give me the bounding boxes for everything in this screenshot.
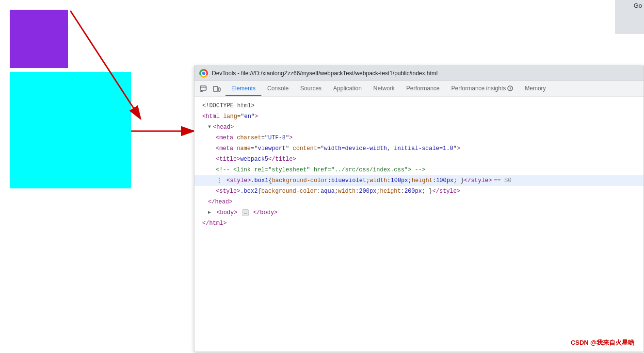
doctype-text: <!DOCTYPE html> — [202, 101, 255, 110]
box1 — [10, 10, 68, 68]
chrome-icon — [199, 69, 208, 78]
html-line-comment[interactable]: <!-- <link rel="stylesheet" href="../src… — [194, 165, 644, 175]
devtools-titlebar: DevTools - file:///D:/xiaolongZzz66/myse… — [194, 66, 644, 81]
expand-triangle[interactable]: ▶ — [208, 208, 211, 217]
dollar-sign: == $0 — [494, 176, 511, 185]
tab-performance-insights[interactable]: Performance insights — [446, 81, 519, 96]
html-line-meta-viewport[interactable]: <meta name="viewport" content="width=dev… — [194, 143, 644, 154]
tag-bracket: < — [202, 112, 206, 121]
collapse-triangle[interactable]: ▼ — [208, 123, 211, 132]
devtools-title-text: DevTools - file:///D:/xiaolongZzz66/myse… — [212, 70, 438, 77]
html-line-style-box2[interactable]: <style> .box2 { background-color: aqua; … — [194, 186, 644, 197]
page-content — [0, 0, 194, 353]
devtools-tabs: Elements Console Sources Application Net… — [225, 81, 552, 96]
html-line-head-close[interactable]: </head> — [194, 197, 644, 207]
html-line-doctype[interactable]: <!DOCTYPE html> — [194, 101, 644, 111]
top-right-area: Go — [615, 0, 644, 34]
html-line-body[interactable]: ▶ <body> … </body> — [194, 207, 644, 218]
html-line-style-box1[interactable]: ⋮ <style> .box1{ background-color: bluev… — [194, 175, 644, 186]
tab-application[interactable]: Application — [327, 81, 368, 96]
watermark: CSDN @我来自火星哟 — [571, 338, 634, 347]
three-dots-menu[interactable]: ⋮ — [216, 176, 223, 185]
go-button[interactable]: Go — [634, 2, 642, 9]
devtools-toolbar: Elements Console Sources Application Net… — [194, 81, 644, 97]
html-line-meta-charset[interactable]: <meta charset="UTF-8" > — [194, 133, 644, 143]
html-line-html-close[interactable]: </html> — [194, 218, 644, 229]
tab-elements[interactable]: Elements — [225, 81, 261, 96]
ellipsis-button[interactable]: … — [242, 209, 249, 216]
svg-rect-8 — [218, 88, 220, 91]
html-line-html[interactable]: <html lang="en" > — [194, 111, 644, 122]
inspect-element-icon[interactable] — [196, 82, 210, 96]
html-line-head[interactable]: ▼ <head> — [194, 122, 644, 133]
tab-performance[interactable]: Performance — [401, 81, 446, 96]
html-line-title[interactable]: <title> webpack5 </title> — [194, 154, 644, 165]
svg-rect-3 — [200, 86, 206, 90]
devtools-panel: DevTools - file:///D:/xiaolongZzz66/myse… — [194, 66, 644, 352]
tab-memory[interactable]: Memory — [519, 81, 551, 96]
svg-point-11 — [510, 89, 511, 90]
svg-rect-7 — [213, 86, 218, 91]
tab-console[interactable]: Console — [261, 81, 294, 96]
devtools-content[interactable]: <!DOCTYPE html> <html lang="en" > ▼ <hea… — [194, 97, 644, 352]
device-toolbar-icon[interactable] — [210, 82, 224, 96]
box2 — [10, 72, 131, 188]
tab-sources[interactable]: Sources — [294, 81, 327, 96]
tab-network[interactable]: Network — [368, 81, 401, 96]
